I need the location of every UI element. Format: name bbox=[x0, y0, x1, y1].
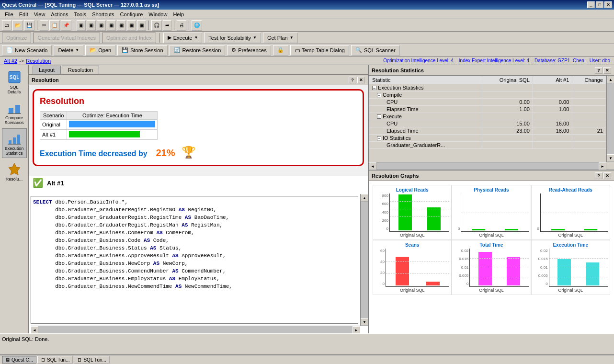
stats-help-btn[interactable]: ? bbox=[595, 67, 603, 74]
tb-paste[interactable]: 📌 bbox=[61, 20, 71, 31]
stats-table: Statistic Original SQL Alt #1 Change − E… bbox=[369, 76, 606, 149]
breadcrumb-alt2[interactable]: Alt #2 bbox=[4, 58, 17, 64]
database-info[interactable]: Database: GZP1_Chen bbox=[534, 58, 584, 63]
io-expand[interactable]: − bbox=[377, 136, 381, 140]
resolution-tab-btn[interactable]: Resolution bbox=[62, 66, 99, 74]
panel-help-btn[interactable]: ? bbox=[349, 77, 356, 83]
maximize-btn[interactable]: □ bbox=[596, 1, 603, 8]
temp-table-btn[interactable]: 🗃 Temp Table Dialog bbox=[290, 45, 349, 56]
status-text: Original SQL: Done. bbox=[2, 336, 49, 342]
scroll-down-btn[interactable]: ▼ bbox=[361, 318, 368, 326]
execute-btn[interactable]: ▶ Execute ▼ bbox=[163, 33, 203, 43]
graphs-help-btn[interactable]: ? bbox=[595, 172, 603, 179]
sql-area[interactable]: SELECT dbo.Person_BasicInfo.*, dbo.Gradu… bbox=[31, 196, 358, 324]
get-plan-dropdown-arrow[interactable]: ▼ bbox=[290, 35, 294, 40]
layout-tab-btn[interactable]: Layout bbox=[33, 66, 61, 74]
et-bar2 bbox=[586, 262, 599, 285]
tb-open[interactable]: 📂 bbox=[12, 20, 23, 31]
exec-stats-expand[interactable]: − bbox=[372, 86, 376, 90]
optimize-and-index-btn[interactable]: Optimize and Index bbox=[102, 33, 156, 43]
stats-scroll-wrapper[interactable]: Statistic Original SQL Alt #1 Change − E… bbox=[369, 76, 606, 162]
scalability-dropdown-arrow[interactable]: ▼ bbox=[253, 35, 257, 40]
graphs-close-btn[interactable]: ✕ bbox=[603, 172, 611, 179]
tb-b6[interactable]: ▣ bbox=[127, 20, 136, 31]
menu-tools[interactable]: Tools bbox=[71, 11, 89, 18]
get-plan-btn[interactable]: Get Plan ▼ bbox=[263, 33, 298, 43]
menu-shortcuts[interactable]: Shortcuts bbox=[89, 11, 117, 18]
tb-b4[interactable]: ▣ bbox=[107, 20, 116, 31]
tb-copy[interactable]: 📋 bbox=[49, 20, 60, 31]
test-scalability-btn[interactable]: Test for Scalability ▼ bbox=[204, 33, 261, 43]
delete-btn[interactable]: Delete ▼ bbox=[54, 45, 83, 56]
menu-configure[interactable]: Configure bbox=[117, 11, 146, 18]
stats-scrollbar-v[interactable]: ▲ ▼ bbox=[606, 76, 614, 162]
stats-scroll-down[interactable]: ▼ bbox=[607, 154, 614, 162]
compile-expand[interactable]: − bbox=[377, 93, 381, 97]
stats-scroll-track[interactable] bbox=[607, 83, 614, 154]
restore-session-btn[interactable]: 🔄 Restore Session bbox=[170, 45, 226, 56]
preferences-btn[interactable]: ⚙ Preferences bbox=[227, 45, 271, 56]
optimization-level[interactable]: Optimization Intelligence Level: 4 bbox=[383, 58, 454, 63]
sql-scrollbar-h[interactable]: ◄ ► bbox=[31, 326, 360, 333]
tb-save[interactable]: 💾 bbox=[24, 20, 34, 31]
stats-close-btn[interactable]: ✕ bbox=[603, 67, 611, 74]
sql-as-2: AS bbox=[185, 215, 191, 220]
generate-virtual-indexes-btn[interactable]: Generate Virtual Indexes bbox=[33, 33, 100, 43]
tb-printer[interactable]: 🖨 bbox=[177, 20, 186, 31]
stats-h-track[interactable] bbox=[376, 162, 599, 170]
tb-headphone[interactable]: 🎧 bbox=[151, 20, 162, 31]
sql-scrollbar-v[interactable]: ▲ ▼ bbox=[360, 194, 368, 326]
scroll-right-btn[interactable]: ► bbox=[352, 326, 360, 333]
tb-b2[interactable]: ▣ bbox=[87, 20, 96, 31]
scroll-left-btn[interactable]: ◄ bbox=[31, 326, 38, 333]
tb-b7[interactable]: ▣ bbox=[137, 20, 146, 31]
menu-file[interactable]: File bbox=[2, 11, 16, 18]
stats-scroll-up[interactable]: ▲ bbox=[607, 76, 614, 83]
tb-b5[interactable]: ▣ bbox=[117, 20, 126, 31]
close-btn[interactable]: ✕ bbox=[604, 1, 612, 8]
sidebar-item-execution[interactable]: ExecutionStatistics bbox=[2, 128, 27, 158]
taskbar-sql2-icon: 🗒 bbox=[77, 357, 82, 363]
sidebar-item-sql-details[interactable]: SQL SQLDetails bbox=[2, 67, 27, 97]
physical-reads-title: Physical Reads bbox=[474, 187, 509, 193]
stats-scrollbar-h[interactable]: ◄ ► bbox=[369, 162, 606, 170]
sidebar-item-resolution[interactable]: Resolu... bbox=[2, 159, 27, 184]
tb-arrow[interactable]: ➡ bbox=[163, 20, 171, 31]
tb-b3[interactable]: ▣ bbox=[97, 20, 106, 31]
taskbar-sql-tun-2[interactable]: 🗒 SQL Tun... bbox=[74, 356, 109, 364]
open-btn[interactable]: 📂 Open bbox=[85, 45, 115, 56]
minimize-btn[interactable]: _ bbox=[587, 1, 595, 8]
menu-edit[interactable]: Edit bbox=[16, 11, 31, 18]
tb-globe[interactable]: 🌐 bbox=[192, 20, 202, 31]
lock-btn[interactable]: 🔒 bbox=[273, 45, 288, 56]
delete-dropdown-arrow[interactable]: ▼ bbox=[75, 48, 79, 52]
menu-actions[interactable]: Actions bbox=[48, 11, 71, 18]
menu-view[interactable]: View bbox=[31, 11, 48, 18]
scroll-track-v[interactable] bbox=[361, 202, 368, 318]
scroll-track-h[interactable] bbox=[38, 326, 352, 333]
new-scenario-btn[interactable]: 📄 New Scenario bbox=[2, 45, 52, 56]
breadcrumb-resolution[interactable]: Resolution bbox=[26, 58, 51, 64]
stats-scroll-left[interactable]: ◄ bbox=[369, 162, 376, 170]
execute-dropdown-arrow[interactable]: ▼ bbox=[194, 35, 198, 40]
tb-cut[interactable]: ✂ bbox=[40, 20, 48, 31]
stats-scroll-right[interactable]: ► bbox=[599, 162, 606, 170]
rar-y0: 0 bbox=[534, 227, 539, 231]
sql-scanner-btn[interactable]: 🔍 SQL Scanner bbox=[351, 45, 400, 56]
taskbar-quest[interactable]: 🖥 Quest C... bbox=[2, 356, 36, 364]
open-icon: 📂 bbox=[90, 47, 96, 53]
user-info[interactable]: User: dbo bbox=[590, 58, 610, 63]
tb-new[interactable]: 🗂 bbox=[2, 20, 11, 31]
panel-close-btn[interactable]: ✕ bbox=[357, 77, 365, 83]
index-expert-level[interactable]: Index Expert Intelligence Level: 4 bbox=[459, 58, 529, 63]
taskbar-sql1-icon: 🗒 bbox=[41, 357, 45, 363]
menu-help[interactable]: Help bbox=[170, 11, 187, 18]
taskbar-sql-tun-1[interactable]: 🗒 SQL Tun... bbox=[37, 356, 73, 364]
scroll-up-btn[interactable]: ▲ bbox=[361, 194, 368, 202]
menu-window[interactable]: Window bbox=[146, 11, 170, 18]
store-session-btn[interactable]: 💾 Store Session bbox=[117, 45, 167, 56]
optimize-btn[interactable]: Optimize bbox=[2, 33, 31, 43]
execute-expand[interactable]: − bbox=[377, 114, 381, 119]
tb-b1[interactable]: ▣ bbox=[77, 20, 86, 31]
sidebar-item-compare[interactable]: CompareScenarios bbox=[2, 98, 27, 127]
